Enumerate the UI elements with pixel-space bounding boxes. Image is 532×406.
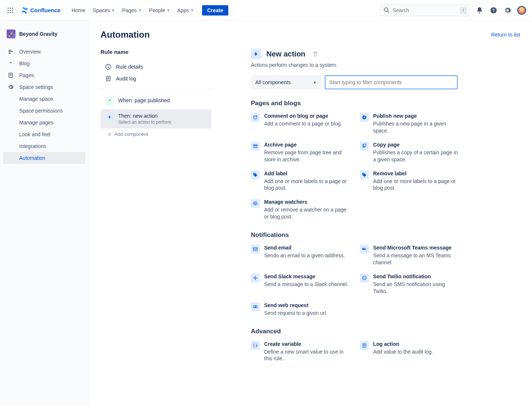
action-send-slack-message[interactable]: Send Slack messageSend a message to a Sl… <box>251 273 349 295</box>
add-component-label: Add component <box>115 131 148 137</box>
action-add-label[interactable]: Add labelAdd one or more labels to a pag… <box>251 171 349 192</box>
sidebar-item-label: Look and feel <box>19 131 50 137</box>
action-send-microsoft-teams-message[interactable]: TSend Microsoft Teams messageSend a mess… <box>360 245 458 266</box>
svg-point-50 <box>365 278 365 279</box>
action-icon <box>106 113 114 121</box>
action-title: Send Slack message <box>264 273 348 279</box>
nav-item-spaces[interactable]: Spaces▼ <box>89 5 119 16</box>
action-title: Add label <box>264 171 349 176</box>
page-title: Automation <box>100 30 150 40</box>
sidebar-item-overview[interactable]: Overview <box>3 46 85 58</box>
sidebar-subitem-integrations[interactable]: Integrations <box>3 140 85 152</box>
teams-icon: T <box>360 245 369 254</box>
svg-point-5 <box>12 10 13 11</box>
notifications-icon[interactable] <box>474 4 485 16</box>
action-description: Add value to the audit log. <box>373 348 433 355</box>
action-publish-new-page[interactable]: Publish new pagePublshes a new page in a… <box>360 113 458 134</box>
action-description: Add a comment to a page or blog. <box>264 120 342 127</box>
sidebar-item-blog[interactable]: ”Blog <box>3 58 85 69</box>
search-box[interactable]: / <box>381 4 469 16</box>
label-icon <box>360 171 369 179</box>
nav-item-pages[interactable]: Pages▼ <box>119 5 146 16</box>
nav-item-label: Home <box>72 7 85 13</box>
sidebar-subitem-automation[interactable]: Automation <box>3 152 85 164</box>
plus-icon <box>360 113 369 122</box>
svg-point-8 <box>12 12 13 13</box>
rule-details-row[interactable]: Rule details <box>100 61 211 73</box>
nav-item-home[interactable]: Home <box>68 5 89 16</box>
action-title: Comment on blog or page <box>264 113 342 119</box>
sidebar-item-space-settings[interactable]: Space settings <box>3 81 85 93</box>
avatar[interactable] <box>516 4 528 16</box>
create-button[interactable]: Create <box>202 5 229 16</box>
nav-item-people[interactable]: People▼ <box>145 5 174 16</box>
action-remove-label[interactable]: Remove labelAdd one or more labels to a … <box>360 171 458 192</box>
rule-name-heading: Rule name <box>100 49 211 55</box>
svg-point-7 <box>10 12 11 13</box>
trigger-label: When: page published <box>118 97 170 103</box>
action-title: Publish new page <box>373 113 458 119</box>
svg-rect-41 <box>365 249 366 251</box>
trigger-step[interactable]: ” When: page published <box>100 94 211 109</box>
action-title: Remove label <box>373 171 458 176</box>
svg-point-48 <box>365 277 365 278</box>
action-description: Sends an email to a given address. <box>264 252 345 259</box>
slack-icon <box>251 273 260 282</box>
action-description: Define a new smart value to use in this … <box>264 348 349 362</box>
add-component-row[interactable]: Add component <box>100 128 211 140</box>
action-send-email[interactable]: Send emailSends an email to a given addr… <box>251 245 349 266</box>
confluence-logo[interactable]: Confluence <box>18 6 64 14</box>
svg-rect-37 <box>253 248 258 251</box>
sidebar-subitem-space-permissions[interactable]: Space permissions <box>3 105 85 117</box>
sidebar-subitem-look-and-feel[interactable]: Look and feel <box>3 128 85 140</box>
audit-log-row[interactable]: Audit log <box>100 73 211 85</box>
gear-icon <box>7 84 14 90</box>
twilio-icon <box>360 273 369 282</box>
sidebar-item-pages[interactable]: Pages <box>3 69 85 81</box>
chevron-down-icon: ▼ <box>191 8 194 12</box>
action-title: Manage watchers <box>264 199 349 205</box>
action-log-action[interactable]: Log actionAdd value to the audit log. <box>360 341 458 362</box>
action-send-twilio-notification[interactable]: Send Twilio notificationSend an SMS noti… <box>360 273 458 295</box>
nav-item-apps[interactable]: Apps▼ <box>174 5 198 16</box>
sidebar-item-label: Integrations <box>19 143 46 149</box>
sidebar-item-label: Manage space <box>19 96 53 102</box>
space-header[interactable]: 🚀 Beyond Gravity <box>3 27 85 46</box>
app-switcher-icon[interactable] <box>4 4 16 16</box>
action-comment-on-blog-or-page[interactable]: Comment on blog or pageAdd a comment to … <box>251 113 349 134</box>
search-input[interactable] <box>381 4 469 16</box>
help-icon[interactable]: ? <box>488 4 499 16</box>
action-title: Copy page <box>373 142 458 148</box>
action-step[interactable]: Then: new action Select an action to per… <box>100 109 211 128</box>
action-description: Send a message to a Slack channel. <box>264 281 348 288</box>
search-icon <box>383 7 389 13</box>
components-dropdown[interactable]: All components ▼ <box>251 75 321 89</box>
chevron-down-icon: ▼ <box>138 8 141 12</box>
sidebar-subitem-manage-space[interactable]: Manage space <box>3 93 85 105</box>
delete-action-icon[interactable] <box>312 51 318 57</box>
svg-rect-44 <box>255 278 256 280</box>
action-copy-page[interactable]: Copy pagePublishes a copy of a certain p… <box>360 142 458 163</box>
chevron-down-icon: ▼ <box>112 8 115 12</box>
filter-components-input[interactable] <box>325 75 458 89</box>
action-title: Send web request <box>264 302 327 308</box>
label-icon <box>251 171 260 179</box>
action-description: Add or remove a watcher on a page or blo… <box>264 206 349 220</box>
action-description: Remove page from page tree and store in … <box>264 149 349 163</box>
svg-point-49 <box>363 278 364 279</box>
svg-line-10 <box>388 11 389 13</box>
nav-item-label: Spaces <box>93 7 110 13</box>
svg-rect-21 <box>108 66 109 68</box>
copy-icon <box>360 142 369 151</box>
action-send-web-request[interactable]: Send web requestSend request to a given … <box>251 302 349 317</box>
svg-text:”: ” <box>10 61 12 66</box>
action-manage-watchers[interactable]: Manage watchersAdd or remove a watcher o… <box>251 199 349 220</box>
top-nav: Confluence HomeSpaces▼Pages▼People▼Apps▼… <box>0 0 532 21</box>
action-description: Add one or more labels to a page or blog… <box>373 178 458 192</box>
action-create-variable[interactable]: Create variableDefine a new smart value … <box>251 341 349 362</box>
nav-items: HomeSpaces▼Pages▼People▼Apps▼ <box>68 5 198 16</box>
return-to-list-link[interactable]: Return to list <box>491 32 520 38</box>
action-archive-page[interactable]: Archive pageRemove page from page tree a… <box>251 142 349 163</box>
settings-icon[interactable] <box>502 4 514 16</box>
sidebar-subitem-manage-pages[interactable]: Manage pages <box>3 117 85 128</box>
